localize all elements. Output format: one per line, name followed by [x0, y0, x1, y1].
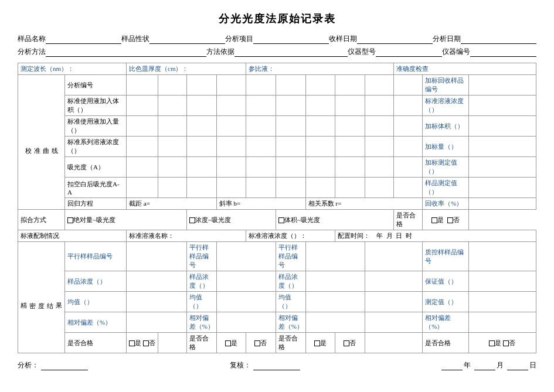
recovery-rate-val[interactable]: [468, 198, 536, 210]
add-collect-number-val[interactable]: [468, 75, 536, 96]
instrument-model-input[interactable]: [376, 47, 442, 57]
ssc-col5[interactable]: [246, 137, 276, 157]
sav-col2[interactable]: [158, 96, 186, 116]
std-solution-conc-val[interactable]: [468, 96, 536, 116]
ba-col4[interactable]: [216, 178, 246, 198]
ssc-col6[interactable]: [276, 137, 305, 157]
saa-col4[interactable]: [216, 116, 246, 137]
ssc-col8[interactable]: [335, 137, 365, 157]
saa-col10[interactable]: [393, 116, 423, 137]
an-col5[interactable]: [246, 75, 276, 96]
ba-col10[interactable]: [393, 178, 423, 198]
sav-col1[interactable]: [127, 96, 158, 116]
measured-value-val[interactable]: [468, 292, 536, 312]
year-line[interactable]: [441, 361, 463, 370]
fitting-opt3-checkbox[interactable]: [278, 217, 284, 223]
fitting-qualified-cell[interactable]: 是 否: [423, 210, 468, 230]
q4-no[interactable]: [503, 340, 509, 346]
analysis-method-input[interactable]: [46, 47, 206, 57]
sconc-1-val[interactable]: [127, 271, 187, 292]
q3-val[interactable]: 是: [305, 333, 335, 353]
saa-col2[interactable]: [158, 116, 186, 137]
reldev-3-val[interactable]: [305, 312, 365, 333]
analysis-item-input[interactable]: [253, 35, 329, 44]
parallel-3-val[interactable]: [305, 242, 365, 271]
an-col6[interactable]: [276, 75, 305, 96]
parallel-2-val[interactable]: [216, 242, 276, 271]
saa-col1[interactable]: [127, 116, 158, 137]
an-col1[interactable]: [127, 75, 158, 96]
add-standard-val[interactable]: [468, 137, 536, 157]
add-sample-number-val[interactable]: [468, 116, 536, 137]
q2-yes[interactable]: [225, 340, 231, 346]
ba-col1[interactable]: [127, 178, 158, 198]
sample-measured-val[interactable]: [468, 178, 536, 198]
mean-3-val[interactable]: [305, 292, 365, 312]
sav-col8[interactable]: [335, 96, 365, 116]
q2-no[interactable]: [254, 340, 260, 346]
abs-col5[interactable]: [246, 157, 276, 178]
sav-col5[interactable]: [246, 96, 276, 116]
qc-val[interactable]: [468, 242, 536, 271]
sample-name-input[interactable]: [46, 35, 121, 44]
ssc-col9[interactable]: [365, 137, 393, 157]
ssc-col2[interactable]: [158, 137, 186, 157]
parallel-3-val2[interactable]: [365, 242, 423, 271]
reldev-1-val[interactable]: [127, 312, 187, 333]
collection-date-input[interactable]: [357, 35, 433, 44]
q3-no[interactable]: [344, 340, 349, 346]
abs-col2[interactable]: [158, 157, 186, 178]
sav-col10[interactable]: [393, 96, 423, 116]
an-col10[interactable]: [393, 75, 423, 96]
day-line[interactable]: [507, 361, 528, 370]
parallel-1-val[interactable]: [127, 242, 187, 271]
q4-val[interactable]: 是 否: [468, 333, 536, 353]
ba-col7[interactable]: [305, 178, 335, 198]
abs-col1[interactable]: [127, 157, 158, 178]
sav-col6[interactable]: [276, 96, 305, 116]
reldev-2-val[interactable]: [216, 312, 276, 333]
q4-yes[interactable]: [489, 340, 495, 346]
ba-col5[interactable]: [246, 178, 276, 198]
abs-col6[interactable]: [276, 157, 305, 178]
method-basis-input[interactable]: [234, 47, 348, 57]
fitting-opt1-checkbox[interactable]: [67, 217, 73, 223]
abs-col9[interactable]: [365, 157, 393, 178]
q3-yes[interactable]: [314, 340, 320, 346]
saa-col3[interactable]: [186, 116, 216, 137]
an-col8[interactable]: [335, 75, 365, 96]
ba-col8[interactable]: [335, 178, 365, 198]
fitting-opt3-cell[interactable]: 体积~吸光度: [276, 210, 393, 230]
saa-col8[interactable]: [335, 116, 365, 137]
q2-val[interactable]: 是: [216, 333, 246, 353]
saa-col5[interactable]: [246, 116, 276, 137]
saa-col6[interactable]: [276, 116, 305, 137]
sav-col3[interactable]: [186, 96, 216, 116]
mean-3-val2[interactable]: [365, 292, 423, 312]
analysis-date-input[interactable]: [461, 35, 536, 44]
instrument-number-input[interactable]: [470, 47, 536, 57]
saa-col7[interactable]: [305, 116, 335, 137]
fitting-opt2-checkbox[interactable]: [189, 217, 195, 223]
q1-no[interactable]: [143, 340, 149, 346]
ssc-col3[interactable]: [186, 137, 216, 157]
add-measured-val[interactable]: [468, 157, 536, 178]
abs-col8[interactable]: [335, 157, 365, 178]
ba-col2[interactable]: [158, 178, 186, 198]
ssc-col7[interactable]: [305, 137, 335, 157]
q1-yes[interactable]: [129, 340, 135, 346]
an-col7[interactable]: [305, 75, 335, 96]
ba-col9[interactable]: [365, 178, 393, 198]
q1-val[interactable]: 是 否: [127, 333, 158, 353]
abs-col7[interactable]: [305, 157, 335, 178]
sconc-2-val[interactable]: [216, 271, 276, 292]
fitting-opt2-cell[interactable]: 浓度~吸光度: [186, 210, 276, 230]
certified-value-val[interactable]: [468, 271, 536, 292]
abs-col3[interactable]: [186, 157, 216, 178]
ssc-col1[interactable]: [127, 137, 158, 157]
ssc-col10[interactable]: [393, 137, 423, 157]
sav-col7[interactable]: [305, 96, 335, 116]
an-col3[interactable]: [186, 75, 216, 96]
mean-2-val[interactable]: [216, 292, 276, 312]
analyst-line[interactable]: [41, 361, 88, 370]
